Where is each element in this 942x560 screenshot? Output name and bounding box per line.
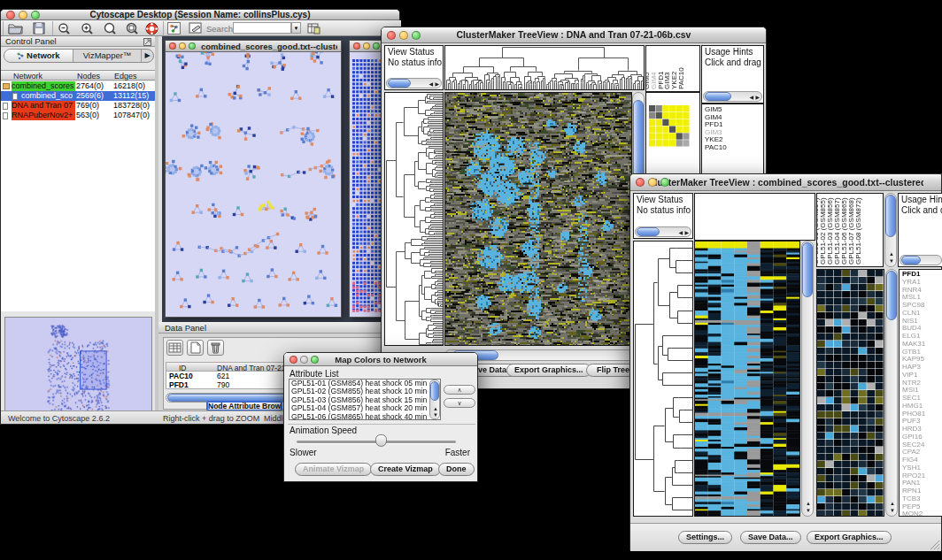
network-list-item[interactable]: combined_scores2764(0)16218(0) xyxy=(1,81,155,91)
map-colors-dialog: Map Colors to Network Attribute List GPL… xyxy=(283,352,478,482)
main-titlebar[interactable]: Cytoscape Desktop (Session Name: collins… xyxy=(1,10,399,20)
tv2-labels-vscrollbar[interactable]: ▲▼ xyxy=(884,193,897,267)
frame-minimize-button[interactable] xyxy=(363,42,370,50)
network-view-canvas[interactable] xyxy=(166,52,341,317)
search-input[interactable] xyxy=(233,22,291,34)
attribute-list[interactable]: GPL51-01 (GSM854) heat shock 05 minGPL51… xyxy=(289,379,441,420)
move-up-button[interactable]: ∧ xyxy=(444,385,475,395)
tv2-heatmap-vscrollbar[interactable]: ▲▼ xyxy=(801,241,814,517)
zoom-button[interactable] xyxy=(412,31,421,40)
zoom-out-icon[interactable] xyxy=(58,22,71,35)
tv1-correlation-matrix[interactable] xyxy=(649,105,690,147)
move-down-button[interactable]: ∨ xyxy=(444,398,475,408)
tv2-heatmap[interactable] xyxy=(694,241,800,517)
tabs-more-button[interactable]: ▶ xyxy=(141,50,153,62)
zoom-selected-icon[interactable] xyxy=(104,22,117,35)
export-graphics-button[interactable]: Export Graphics... xyxy=(506,364,591,377)
tv2-status-scrollbar[interactable]: ◀▶ xyxy=(635,226,691,237)
desktop-background: Cytoscape Desktop (Session Name: collins… xyxy=(0,0,942,560)
network-list-item[interactable]: combined_sco2569(6)13112(15) xyxy=(1,91,155,101)
zoom-button[interactable] xyxy=(660,178,669,187)
delete-attribute-icon[interactable] xyxy=(207,340,224,356)
view-status-text: No status info f xyxy=(385,57,443,67)
tv2-zoom-heatmap[interactable] xyxy=(816,269,884,517)
data-panel-header: Data Panel xyxy=(158,322,401,334)
new-attribute-icon[interactable] xyxy=(187,340,204,356)
tab-network[interactable]: Network xyxy=(4,50,73,62)
zoom-button[interactable] xyxy=(311,356,319,364)
help-lifebuoy-icon[interactable] xyxy=(145,22,158,35)
frame-close-button[interactable] xyxy=(169,42,176,50)
birdseye-view-canvas[interactable] xyxy=(4,317,152,416)
tv1-column-dendrogram[interactable] xyxy=(444,45,645,90)
tv1-titlebar[interactable]: ClusterMaker TreeView : DNA and Tran 07-… xyxy=(382,27,766,43)
table-mode-icon[interactable] xyxy=(166,340,183,356)
control-panel: Control Panel Network VizMapper™ ▶ Netwo… xyxy=(1,36,158,412)
network-frame-1: combined_scores_good.txt--cluste... xyxy=(165,40,342,318)
zoom-button[interactable] xyxy=(31,11,40,19)
close-button[interactable] xyxy=(6,11,15,19)
attribute-list-scrollbar[interactable]: ▲▼ xyxy=(429,380,440,419)
frame-zoom-button[interactable] xyxy=(373,42,380,50)
frame-zoom-button[interactable] xyxy=(189,42,196,50)
tv1-status-scrollbar[interactable]: ◀▶ xyxy=(386,78,442,88)
resize-grip[interactable] xyxy=(930,540,940,550)
window-title: Cytoscape Desktop (Session Name: collins… xyxy=(19,10,382,19)
tv2-button-bar: Settings... Save Data... Export Graphics… xyxy=(630,523,941,551)
tv2-row-dendrogram[interactable] xyxy=(633,241,693,517)
close-button[interactable] xyxy=(387,31,396,40)
close-button[interactable] xyxy=(636,178,645,187)
main-toolbar: Search: ▼ xyxy=(1,20,401,36)
network-list-item[interactable]: DNA and Tran 07769(0)183728(0) xyxy=(1,101,155,111)
create-vizmap-button[interactable]: Create Vizmap xyxy=(370,463,441,476)
tv1-heatmap[interactable] xyxy=(444,92,632,346)
gene-label[interactable]: MON2 xyxy=(902,510,925,517)
network-desktop: combined_scores_good.txt--cluste... xyxy=(162,36,401,322)
annotation-icon[interactable] xyxy=(189,22,203,35)
frame1-titlebar[interactable]: combined_scores_good.txt--cluste... xyxy=(166,41,341,52)
settings-button[interactable]: Settings... xyxy=(678,531,732,544)
save-icon[interactable] xyxy=(33,22,45,35)
zoom-in-icon[interactable] xyxy=(81,22,94,35)
gene-label[interactable]: PAC10 xyxy=(705,144,727,152)
tab-vizmapper[interactable]: VizMapper™ xyxy=(73,50,141,62)
animate-vizmap-button[interactable]: Animate Vizmap xyxy=(295,463,372,476)
network-list-item[interactable]: RNAPuberNov2+563(0)107847(0) xyxy=(1,111,155,120)
control-panel-tabs: Network VizMapper™ ▶ xyxy=(4,49,154,63)
tv1-column-labels: GIM5GIM4PFD1GIM3YKE2PAC10 xyxy=(645,45,700,92)
treeview2-window: ClusterMaker TreeView : combined_scores_… xyxy=(629,173,942,550)
tv1-row-dendrogram[interactable] xyxy=(384,92,444,346)
frame-minimize-button[interactable] xyxy=(179,42,186,50)
slider-thumb[interactable] xyxy=(375,434,387,447)
tv2-column-tree-area[interactable] xyxy=(694,193,815,241)
tv2-usage-scrollbar[interactable] xyxy=(900,255,942,265)
search-dropdown-button[interactable]: ▼ xyxy=(291,22,301,34)
frame-close-button[interactable] xyxy=(353,42,360,50)
network-list: combined_scores2764(0)16218(0)combined_s… xyxy=(1,81,155,120)
tv1-usage-scrollbar[interactable]: ◀▶ xyxy=(703,91,762,102)
tv2-usage-hints-panel: Usage Hints Click and drag xyxy=(898,193,942,267)
done-button[interactable]: Done xyxy=(438,463,475,476)
zoom-fit-icon[interactable] xyxy=(126,22,139,35)
tv2-zoom-vscrollbar[interactable]: ▲▼ xyxy=(885,269,898,517)
frame1-title: combined_scores_good.txt--cluste... xyxy=(201,42,337,51)
status-hint-zoom: Right-click + drag to ZOOM xyxy=(163,414,259,423)
dialog-titlebar[interactable]: Map Colors to Network xyxy=(284,353,477,366)
network-node-icon[interactable] xyxy=(167,22,181,35)
open-folder-icon[interactable] xyxy=(8,22,23,35)
tv2-titlebar[interactable]: ClusterMaker TreeView : combined_scores_… xyxy=(630,174,941,191)
import-table-icon[interactable] xyxy=(307,22,320,35)
minimize-button[interactable] xyxy=(648,178,657,187)
search-label: Search: xyxy=(204,23,236,34)
float-panel-icon[interactable] xyxy=(143,38,151,46)
minimize-button[interactable] xyxy=(300,356,308,364)
attribute-item[interactable]: GPL51-06 (GSM865) heat shock 40 min xyxy=(290,413,440,420)
matrix-column-label: PAC10 xyxy=(678,67,685,89)
export-graphics-button[interactable]: Export Graphics... xyxy=(807,531,892,544)
minimize-button[interactable] xyxy=(19,11,27,19)
save-data-button[interactable]: Save Data... xyxy=(740,531,801,544)
close-button[interactable] xyxy=(290,356,297,364)
slower-label: Slower xyxy=(290,448,317,457)
minimize-button[interactable] xyxy=(399,31,408,40)
network-table-header: Network Nodes Edges xyxy=(1,70,155,81)
